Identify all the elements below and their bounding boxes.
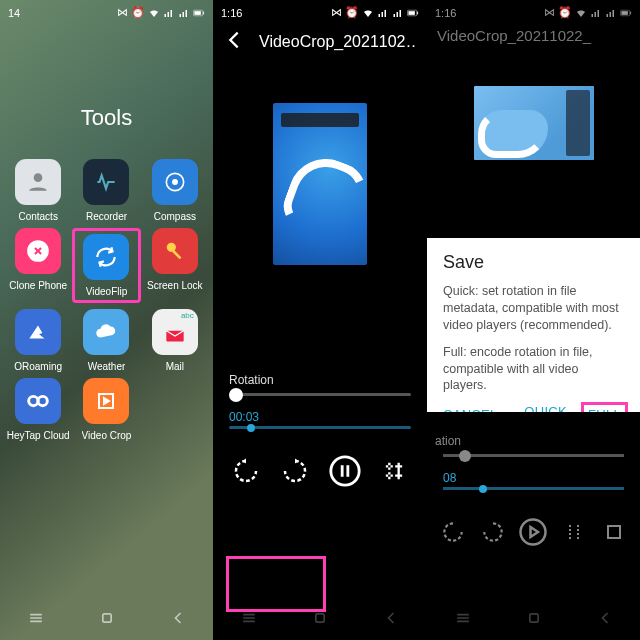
svg-point-20	[521, 520, 546, 545]
svg-rect-14	[408, 11, 414, 15]
highlight-videoflip: VideoFlip	[72, 228, 140, 303]
nav-back-icon[interactable]	[595, 608, 615, 632]
m-icon: ⋈	[544, 6, 555, 19]
rotation-label-frag: ation	[427, 412, 640, 454]
rotate-ccw-button	[435, 514, 471, 550]
folder-title: Tools	[0, 105, 213, 131]
highlight-rotate-buttons	[226, 556, 326, 612]
status-bar: 14 ⋈ ⏰	[0, 0, 213, 25]
m-icon: ⋈	[331, 6, 342, 19]
svg-rect-1	[203, 11, 204, 14]
svg-point-9	[38, 396, 47, 405]
svg-rect-11	[102, 614, 110, 622]
nav-recent-icon[interactable]	[26, 608, 46, 632]
more-button	[596, 514, 632, 550]
app-heytap-cloud[interactable]: HeyTap Cloud	[4, 378, 72, 441]
android-navbar	[213, 608, 427, 632]
svg-rect-19	[621, 11, 627, 15]
dialog-full-desc: Full: encode rotation in file, compatibl…	[443, 344, 624, 395]
svg-point-15	[331, 457, 359, 485]
background-editor: ation 08	[427, 412, 640, 640]
app-label: ORoaming	[14, 361, 62, 372]
seek-slider[interactable]	[229, 426, 411, 429]
play-button	[515, 514, 551, 550]
app-label: Video Crop	[82, 430, 132, 441]
signal-icon	[377, 7, 389, 19]
video-preview[interactable]	[273, 103, 367, 265]
back-icon[interactable]	[223, 29, 245, 55]
app-compass[interactable]: Compass	[141, 159, 209, 222]
rotation-label: Rotation	[229, 373, 411, 387]
svg-point-5	[173, 180, 177, 184]
wifi-icon	[575, 7, 587, 19]
file-title: VideoCrop_20211022_	[427, 25, 640, 44]
app-weather[interactable]: Weather	[72, 309, 140, 372]
flip-button[interactable]	[374, 451, 414, 491]
wifi-icon	[148, 7, 160, 19]
alarm-icon: ⏰	[558, 6, 572, 19]
nav-recent-icon[interactable]	[239, 608, 259, 632]
nav-back-icon[interactable]	[168, 608, 188, 632]
file-title: VideoCrop_2021102…	[259, 33, 417, 51]
editor-pane: 1:16 ⋈ ⏰ VideoCrop_2021102… Rotation 00:…	[213, 0, 427, 640]
android-navbar	[427, 608, 640, 632]
nav-back-icon[interactable]	[381, 608, 401, 632]
app-label: Compass	[154, 211, 196, 222]
app-video-crop[interactable]: Video Crop	[72, 378, 140, 441]
svg-rect-2	[194, 11, 200, 15]
rotate-cw-button[interactable]	[275, 451, 315, 491]
save-dialog-pane: 1:16 ⋈ ⏰ VideoCrop_20211022_ Save Quick:…	[427, 0, 640, 640]
save-dialog: Save Quick: set rotation in file metadat…	[427, 238, 640, 437]
video-preview	[474, 86, 594, 160]
nav-home-icon[interactable]	[524, 608, 544, 632]
android-navbar	[0, 608, 213, 632]
svg-point-3	[34, 173, 43, 182]
signal-icon	[163, 7, 175, 19]
status-bar: 1:16 ⋈ ⏰	[427, 0, 640, 25]
signal-icon-2	[178, 7, 190, 19]
svg-rect-18	[630, 11, 631, 14]
rotate-ccw-button[interactable]	[226, 451, 266, 491]
seek-slider	[443, 487, 624, 490]
app-contacts[interactable]: Contacts	[4, 159, 72, 222]
signal-icon-2	[392, 7, 404, 19]
nav-home-icon[interactable]	[97, 608, 117, 632]
rotation-slider	[443, 454, 624, 457]
flip-button	[556, 514, 592, 550]
rotation-slider[interactable]	[229, 393, 411, 396]
status-time: 1:16	[221, 7, 242, 19]
svg-rect-13	[417, 11, 418, 14]
app-label: Screen Lock	[147, 280, 203, 291]
dialog-title: Save	[443, 252, 624, 273]
pause-button[interactable]	[325, 451, 365, 491]
status-time: 14	[8, 7, 20, 19]
app-label: VideoFlip	[86, 286, 128, 297]
nav-home-icon[interactable]	[310, 608, 330, 632]
app-label: Clone Phone	[9, 280, 67, 291]
svg-rect-21	[608, 526, 620, 538]
m-icon: ⋈	[117, 6, 128, 19]
app-oroaming[interactable]: ORoaming	[4, 309, 72, 372]
app-grid: Contacts Recorder Compass Clone Phone Vi…	[0, 131, 213, 469]
app-clone-phone[interactable]: Clone Phone	[4, 228, 72, 303]
alarm-icon: ⏰	[345, 6, 359, 19]
home-screen-pane: 14 ⋈ ⏰ Tools Con	[0, 0, 213, 640]
battery-icon	[407, 7, 419, 19]
app-mail[interactable]: abc Mail	[141, 309, 209, 372]
app-label: Recorder	[86, 211, 127, 222]
app-screen-lock[interactable]: Screen Lock	[141, 228, 209, 303]
battery-icon	[620, 7, 632, 19]
time-display: 00:03	[229, 410, 411, 424]
app-videoflip[interactable]: VideoFlip	[78, 234, 134, 297]
status-bar: 1:16 ⋈ ⏰	[213, 0, 427, 25]
battery-icon	[193, 7, 205, 19]
controls-row	[213, 451, 427, 491]
app-label: Contacts	[18, 211, 57, 222]
svg-rect-22	[529, 614, 537, 622]
nav-recent-icon[interactable]	[453, 608, 473, 632]
alarm-icon: ⏰	[131, 6, 145, 19]
rotate-cw-button	[475, 514, 511, 550]
app-recorder[interactable]: Recorder	[72, 159, 140, 222]
wifi-icon	[362, 7, 374, 19]
signal-icon	[590, 7, 602, 19]
